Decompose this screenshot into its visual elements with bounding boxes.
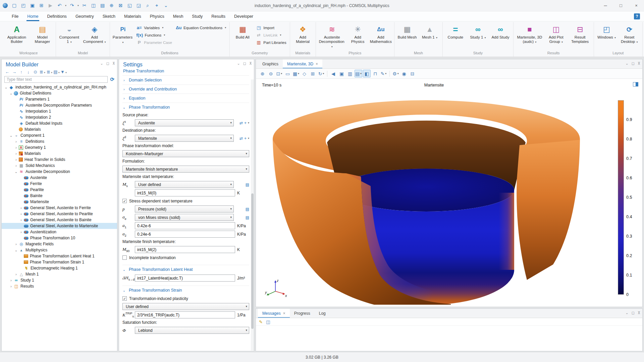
find-icon[interactable]: ⌖	[152, 0, 161, 11]
tree-collapse-icon[interactable]: ⌄	[14, 170, 18, 174]
tree-item-martensite[interactable]: Martensite	[2, 199, 117, 205]
save-icon[interactable]: ▣	[28, 0, 37, 11]
select-box-icon[interactable]: ◱	[125, 0, 134, 11]
lock-view-icon[interactable]: ⊓	[371, 70, 379, 77]
menu-tab-sketch[interactable]: Sketch	[98, 11, 120, 21]
ribbon-item-variables[interactable]: a=Variables▾	[135, 25, 174, 30]
panel-menu-icon[interactable]: ⌄	[100, 61, 103, 66]
tree-item-heat-transfer-in-solids[interactable]: ›Heat Transfer in Solids	[2, 157, 117, 163]
input-0-24e-6[interactable]: 0.24e-6	[135, 231, 235, 238]
panel-menu-icon[interactable]: ⌄	[626, 311, 629, 315]
panel-pin-icon[interactable]: ⊼	[112, 61, 115, 66]
ribbon-item-add-plot-group[interactable]: ◫Add Plot Group ▾	[544, 22, 568, 44]
panel-float-icon[interactable]: ◻	[632, 311, 635, 315]
dropdown-leblond[interactable]: Leblond	[135, 327, 249, 334]
dropdown-von-mises-stress-solid[interactable]: von Mises stress (solid)	[135, 214, 234, 221]
tree-item-magnetic-fields[interactable]: ›◎Magnetic Fields	[2, 241, 117, 247]
tree-item-study-1[interactable]: ›∞Study 1	[2, 277, 117, 283]
input-0-42e-6[interactable]: 0.42e-6	[135, 222, 235, 229]
link-variable-icon[interactable]: ⇄	[239, 136, 243, 141]
checkbox-transformation-induced-plasticity[interactable]: ✓Transformation-induced plasticity	[122, 295, 249, 302]
ribbon-item-import[interactable]: ◳Import	[254, 25, 288, 30]
clear-log-icon[interactable]: ✎	[259, 319, 263, 324]
messages-tab-messages[interactable]: Messages×	[258, 309, 290, 318]
edit-list-icon[interactable]: ▤	[246, 182, 249, 187]
clear-selection-icon[interactable]: ◲	[134, 0, 143, 11]
copy-icon[interactable]: ◫	[89, 0, 98, 11]
tree-collapse-icon[interactable]: ⌄	[4, 85, 8, 89]
help-button[interactable]: ?	[634, 13, 640, 19]
tree-expand-icon[interactable]: ›	[19, 218, 23, 222]
panel-pin-icon[interactable]: ⊼	[638, 311, 640, 315]
close-icon[interactable]: ×	[283, 311, 285, 316]
redo-icon[interactable]: ↷	[67, 0, 76, 11]
tree-item-general-steel-austenite-to-pearlite[interactable]: ›General Steel, Austenite to Pearlite	[2, 211, 117, 217]
print-icon[interactable]: ⊟	[409, 70, 416, 77]
paste-icon[interactable]: ▤	[98, 0, 107, 11]
tree-collapse-icon[interactable]: ⌄	[9, 134, 13, 137]
tree-item-geometry-1[interactable]: ›AGeometry 1	[2, 144, 117, 150]
tree-expand-icon[interactable]: ›	[9, 285, 13, 288]
input-int15-m-0[interactable]: int15_M(0)	[135, 189, 235, 196]
martensite-3d-plot[interactable]	[265, 89, 621, 305]
checkbox-icon[interactable]: ✓	[122, 296, 127, 301]
new-file-icon[interactable]: ▢	[10, 0, 19, 11]
ribbon-item-add-mathematics[interactable]: ΔuAdd Mathematics	[369, 22, 392, 44]
tree-item-results[interactable]: ›◫Results	[2, 283, 117, 289]
annotate-menu-icon[interactable]: ✎▾	[380, 70, 387, 77]
ribbon-item-result-templates[interactable]: ⊟Result Templates	[568, 22, 592, 44]
tree-item-interpolation-2[interactable]: ∿Interpolation 2	[2, 114, 117, 120]
scene-rotate-icon[interactable]: ↻▾	[317, 70, 325, 77]
input-int17-latentheat-audc-t[interactable]: int17_LatentHeat(audc.T)	[135, 275, 235, 282]
menu-tab-results[interactable]: Results	[207, 11, 230, 21]
section-override-and-contribution[interactable]: ›Override and Contribution	[122, 84, 249, 94]
nav-back-icon[interactable]: ←	[4, 69, 11, 74]
dropdown-martensite[interactable]: Martensite	[135, 135, 234, 142]
undo-icon[interactable]: ↶	[55, 0, 64, 11]
tree-item-phase-transformation-latent-heat-1[interactable]: Phase Transformation Latent Heat 1	[2, 253, 117, 259]
dropdown-pressure-solid[interactable]: Pressure (solid)	[135, 205, 234, 213]
chevron-down-icon[interactable]: ▾	[248, 137, 249, 140]
ribbon-item-parameters[interactable]: PiParameters ▾	[112, 22, 134, 45]
tree-item-parameters-1[interactable]: PiParameters 1	[2, 96, 117, 102]
refresh-icon[interactable]: ⟳	[110, 76, 114, 82]
menu-tab-developer[interactable]: Developer	[230, 11, 258, 21]
ribbon-item-build-mesh[interactable]: ▦Build Mesh	[396, 22, 418, 40]
nav-forward-icon[interactable]: →	[11, 69, 18, 74]
tree-item-ferrite[interactable]: Ferrite	[2, 181, 117, 187]
ribbon-item-parameter-case[interactable]: PParameter Case	[135, 40, 174, 45]
input-2-3-int16-trip-audc-t[interactable]: 2/3*int16_TRIP(audc.T)	[135, 311, 235, 318]
screenshot-icon[interactable]: ◉	[400, 70, 408, 77]
zoom-out-icon[interactable]: ⊖	[267, 70, 275, 77]
tree-item-austenite-decomposition-parameters[interactable]: PiAustenite Decomposition Parameters	[2, 102, 117, 108]
tree-item-materials[interactable]: Materials	[2, 126, 117, 132]
chevron-down-icon[interactable]: ▾	[248, 121, 249, 124]
expand-menu-icon[interactable]: ≣▾	[39, 69, 46, 74]
menu-tab-geometry[interactable]: Geometry	[71, 11, 98, 21]
graphics-tab-graphics[interactable]: Graphics	[258, 59, 283, 68]
menu-tab-file[interactable]: File	[7, 11, 23, 21]
menu-tab-definitions[interactable]: Definitions	[43, 11, 71, 21]
checkbox-icon[interactable]	[122, 255, 127, 260]
sound-icon[interactable]: ◀	[329, 70, 337, 77]
tree-item-general-steel-austenite-to-ferrite[interactable]: ›General Steel, Austenite to Ferrite	[2, 205, 117, 211]
input-int15-m-2[interactable]: int15_M(2)	[135, 246, 235, 253]
ribbon-item-add-physics[interactable]: ✳Add Physics	[347, 22, 369, 44]
panel-pin-icon[interactable]: ⊼	[638, 61, 640, 66]
tree-item-phase-transformation-strain-1[interactable]: Phase Transformation Strain 1	[2, 259, 117, 265]
tree-item-solid-mechanics[interactable]: ›▦Solid Mechanics	[2, 163, 117, 169]
tree-expand-icon[interactable]: ›	[9, 279, 13, 282]
close-button[interactable]: ×	[629, 0, 644, 11]
ribbon-item-mesh-1[interactable]: ▲Mesh 1 ▾	[419, 22, 441, 40]
section-phase-transformation-strain[interactable]: ⌄Phase Transformation Strain	[122, 286, 249, 295]
link-variable-icon[interactable]: ⇄	[239, 121, 243, 125]
panel-pin-icon[interactable]: ⊼	[249, 61, 252, 66]
tree-item-induction-hardening-of-a-cylindrical-pin-rh-mph[interactable]: ⌄◆induction_hardening_of_a_cylindrical_p…	[2, 84, 117, 90]
zoom-in-icon[interactable]: ⊕	[259, 70, 266, 77]
more-icon[interactable]: ⌄	[161, 0, 170, 11]
add-item-icon[interactable]: +	[244, 121, 247, 125]
redo-menu-icon[interactable]: ▾	[76, 0, 80, 11]
tree-expand-icon[interactable]: ›	[14, 146, 18, 149]
run-icon[interactable]: ▶	[46, 0, 55, 11]
section-domain-selection[interactable]: ›Domain Selection	[122, 75, 249, 84]
